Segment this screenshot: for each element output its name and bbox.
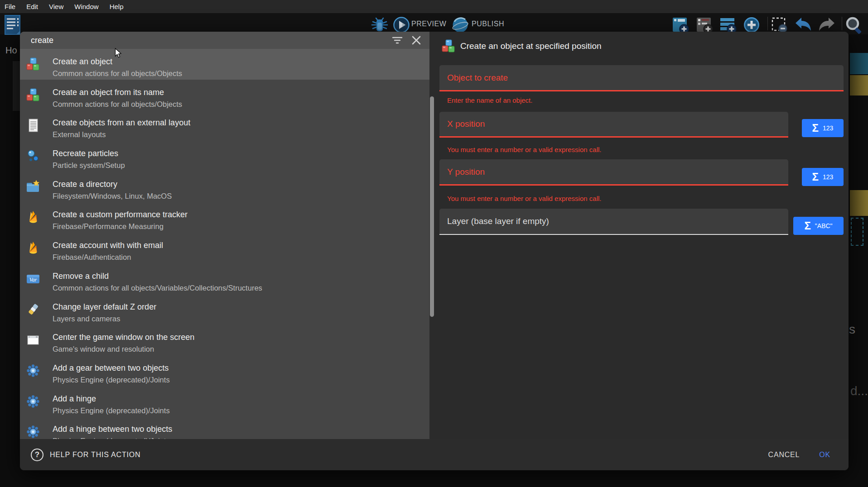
background-object-thumbnail xyxy=(850,53,868,74)
ok-button[interactable]: OK xyxy=(819,451,830,459)
app-menu-icon[interactable] xyxy=(5,15,21,36)
action-editor-title: Create an object at specified position xyxy=(460,41,602,51)
menu-bar: File Edit View Window Help xyxy=(0,0,868,13)
layer-field[interactable]: Layer (base layer if empty) xyxy=(439,209,788,235)
layer-expression-button[interactable]: Σ "ABC" xyxy=(793,217,844,235)
result-title: Create a directory xyxy=(53,178,172,190)
result-title: Center the game window on the screen xyxy=(53,331,194,343)
result-title: Add a gear between two objects xyxy=(53,362,170,374)
app-window: File Edit View Window Help xyxy=(0,0,868,487)
background-text-fragment: s xyxy=(849,322,855,337)
action-result-item[interactable]: Add a hinge between two objects Physics … xyxy=(20,416,429,441)
x-expression-button[interactable]: Σ 123 xyxy=(802,119,844,137)
gear-icon xyxy=(26,363,40,378)
action-editor-pane: Create an object at specified position xyxy=(436,32,849,439)
toolbar: PREVIEW PUBLISH xyxy=(0,13,868,34)
action-result-item[interactable]: Add a gear between two objects Physics E… xyxy=(20,355,429,386)
menu-help[interactable]: Help xyxy=(104,0,129,13)
toolbar-divider xyxy=(767,17,768,30)
action-result-item[interactable]: Create an object Common actions for all … xyxy=(20,49,429,80)
preview-play-icon[interactable] xyxy=(393,16,410,33)
results-scrollbar[interactable] xyxy=(430,96,434,317)
result-title: Remove a child xyxy=(53,270,262,282)
action-result-item[interactable]: Remove a child Common actions for all ob… xyxy=(20,263,429,294)
help-circle-icon: ? xyxy=(31,449,43,461)
sigma-icon: Σ xyxy=(804,220,810,231)
var-icon xyxy=(26,272,40,286)
sigma-icon: Σ xyxy=(812,172,819,182)
action-result-item[interactable]: Create a custom performance tracker Fire… xyxy=(20,202,429,233)
action-result-item[interactable]: Create a directory Filesystem/Windows, L… xyxy=(20,172,429,202)
close-icon[interactable] xyxy=(410,34,422,46)
menu-view[interactable]: View xyxy=(43,0,69,13)
gear-icon xyxy=(26,394,40,409)
window-icon xyxy=(26,333,40,347)
cubes-icon xyxy=(26,88,40,102)
result-subtitle: Common actions for all objects/Objects xyxy=(53,98,182,110)
y-position-error: You must enter a number or a valid expre… xyxy=(447,195,601,202)
cancel-button[interactable]: CANCEL xyxy=(768,451,800,459)
action-result-item[interactable]: Change layer default Z order Layers and … xyxy=(20,294,429,325)
filter-icon[interactable] xyxy=(391,34,403,46)
result-title: Add a hinge xyxy=(53,393,170,405)
background-selection-outline xyxy=(851,218,863,246)
background-text-fragment: d... xyxy=(850,384,868,398)
action-result-item[interactable]: Add a hinge Physics Engine (deprecated)/… xyxy=(20,386,429,417)
folder-icon xyxy=(26,180,40,194)
result-subtitle: Particle system/Setup xyxy=(53,159,125,172)
gear-icon xyxy=(26,425,40,439)
result-subtitle: Filesystem/Windows, Linux, MacOS xyxy=(53,190,172,202)
search-header: create xyxy=(20,32,429,49)
mouse-cursor xyxy=(115,48,122,58)
result-title: Add a hinge between two objects xyxy=(53,423,172,435)
result-title: Create an object from its name xyxy=(53,86,182,98)
result-subtitle: Layers and cameras xyxy=(53,313,156,325)
publish-globe-icon[interactable] xyxy=(452,16,469,33)
background-panel-sliver xyxy=(13,61,20,111)
cubes-icon xyxy=(441,39,456,53)
debug-icon[interactable] xyxy=(370,17,389,33)
result-title: Change layer default Z order xyxy=(53,301,156,313)
background-object-thumbnail xyxy=(850,75,868,95)
action-results-list: Create an object Common actions for all … xyxy=(20,49,429,441)
action-result-item[interactable]: Recreate particles Particle system/Setup xyxy=(20,141,429,172)
result-subtitle: Game's window and resolution xyxy=(53,343,194,355)
search-input[interactable]: create xyxy=(20,36,391,45)
result-subtitle: Physics Engine (deprecated)/Joints xyxy=(53,374,170,386)
x-position-field[interactable]: X position xyxy=(439,112,788,138)
object-field-helper: Enter the name of an object. xyxy=(447,96,532,104)
eraser-icon xyxy=(26,302,40,317)
result-title: Create account with with email xyxy=(53,239,163,251)
home-tab-label[interactable]: Ho xyxy=(5,45,17,56)
action-result-item[interactable]: Center the game window on the screen Gam… xyxy=(20,325,429,355)
undo-icon[interactable] xyxy=(794,16,813,33)
y-position-field[interactable]: Y position xyxy=(439,159,788,186)
particles-icon xyxy=(26,149,40,163)
y-expression-button[interactable]: Σ 123 xyxy=(802,168,844,186)
sigma-icon: Σ xyxy=(812,123,819,134)
menu-window[interactable]: Window xyxy=(69,0,104,13)
result-subtitle: Firebase/Performance Measuring xyxy=(53,220,188,233)
action-result-item[interactable]: Create objects from an external layout E… xyxy=(20,110,429,141)
toolbar-divider xyxy=(842,17,842,30)
firebase-icon xyxy=(26,210,40,224)
result-title: Create objects from an external layout xyxy=(53,117,190,129)
dialog-footer: ? HELP FOR THIS ACTION CANCEL OK xyxy=(20,439,849,470)
menu-edit[interactable]: Edit xyxy=(21,0,43,13)
result-subtitle: External layouts xyxy=(53,129,190,141)
preview-label[interactable]: PREVIEW xyxy=(411,13,446,34)
action-result-item[interactable]: Create an object from its name Common ac… xyxy=(20,80,429,110)
redo-icon[interactable] xyxy=(817,16,836,33)
background-object-thumbnail xyxy=(850,190,868,216)
x-position-error: You must enter a number or a valid expre… xyxy=(447,146,601,153)
help-for-this-action-button[interactable]: ? HELP FOR THIS ACTION xyxy=(31,449,140,461)
action-result-item[interactable]: Create account with with email Firebase/… xyxy=(20,233,429,263)
result-subtitle: Firebase/Authentication xyxy=(53,251,163,263)
document-icon xyxy=(26,118,40,133)
publish-label[interactable]: PUBLISH xyxy=(472,13,504,34)
firebase-icon xyxy=(26,241,40,255)
menu-file[interactable]: File xyxy=(0,0,21,13)
cubes-icon xyxy=(26,57,40,72)
result-title: Recreate particles xyxy=(53,148,125,159)
object-to-create-field[interactable]: Object to create xyxy=(439,65,844,91)
